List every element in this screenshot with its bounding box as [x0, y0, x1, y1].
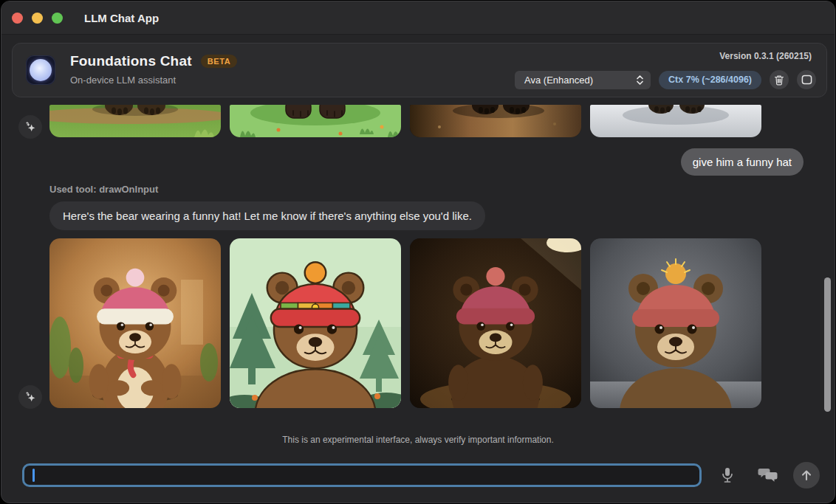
assistant-sparkle-button[interactable]: [18, 115, 42, 139]
text-caret: [32, 469, 35, 482]
image-grid-results: [49, 238, 761, 408]
scrollbar-thumb[interactable]: [824, 277, 831, 412]
minimize-window-button[interactable]: [32, 13, 43, 24]
bear-hat-cartoon[interactable]: [230, 238, 401, 408]
bear-studio-floor[interactable]: [590, 105, 761, 137]
chat-bubbles-icon: [757, 466, 779, 484]
app-logo-icon: [26, 55, 55, 85]
bear-hat-studio[interactable]: [590, 238, 761, 408]
sparkle-icon: [24, 390, 38, 404]
image-grid-cropped: [49, 105, 761, 137]
new-window-button[interactable]: [797, 70, 816, 89]
bear-lawn-3d[interactable]: [49, 105, 221, 137]
app-window: LLM Chat App Foundations Chat BETA On-de…: [1, 1, 835, 503]
voice-input-button[interactable]: [714, 462, 741, 489]
app-subtitle: On-device LLM assistant: [70, 75, 176, 86]
message-input-wrap[interactable]: [22, 463, 702, 487]
message-input[interactable]: [33, 467, 686, 485]
model-selector[interactable]: Ava (Enhanced): [515, 71, 651, 89]
send-button[interactable]: [793, 462, 820, 489]
bear-cartoon-grass[interactable]: [230, 105, 401, 137]
disclaimer-text: This is an experimental interface, alway…: [1, 435, 835, 445]
bear-dirt-moody[interactable]: [410, 105, 581, 137]
beta-badge: BETA: [201, 55, 238, 68]
bear-hat-spotlight[interactable]: [410, 238, 581, 408]
clear-chat-button[interactable]: [770, 70, 789, 89]
bear-hat-cute-3d[interactable]: [49, 238, 221, 408]
chat-scroll-area[interactable]: give him a funny hat Used tool: drawOnIn…: [1, 98, 835, 429]
microphone-icon: [720, 466, 735, 484]
version-label: Version 0.3.1 (260215): [719, 51, 812, 61]
tool-usage-note: Used tool: drawOnInput: [49, 184, 158, 195]
chevron-up-down-icon: [635, 75, 645, 86]
context-usage-badge: Ctx 7% (~286/4096): [659, 71, 761, 89]
titlebar[interactable]: LLM Chat App: [1, 1, 835, 35]
header: Foundations Chat BETA On-device LLM assi…: [12, 43, 827, 97]
window-icon: [801, 75, 812, 85]
zoom-window-button[interactable]: [52, 13, 63, 24]
sparkle-icon: [24, 120, 38, 134]
assistant-message-bubble: Here's the bear wearing a funny hat! Let…: [49, 201, 485, 230]
model-selector-value: Ava (Enhanced): [524, 75, 593, 86]
assistant-sparkle-button[interactable]: [18, 385, 42, 409]
close-window-button[interactable]: [12, 13, 23, 24]
app-name: Foundations Chat: [70, 53, 192, 69]
conversations-button[interactable]: [752, 462, 784, 489]
traffic-lights: [12, 13, 63, 24]
user-message-bubble: give him a funny hat: [681, 148, 804, 176]
window-title: LLM Chat App: [84, 12, 159, 24]
trash-icon: [774, 75, 784, 86]
arrow-up-icon: [800, 469, 813, 482]
